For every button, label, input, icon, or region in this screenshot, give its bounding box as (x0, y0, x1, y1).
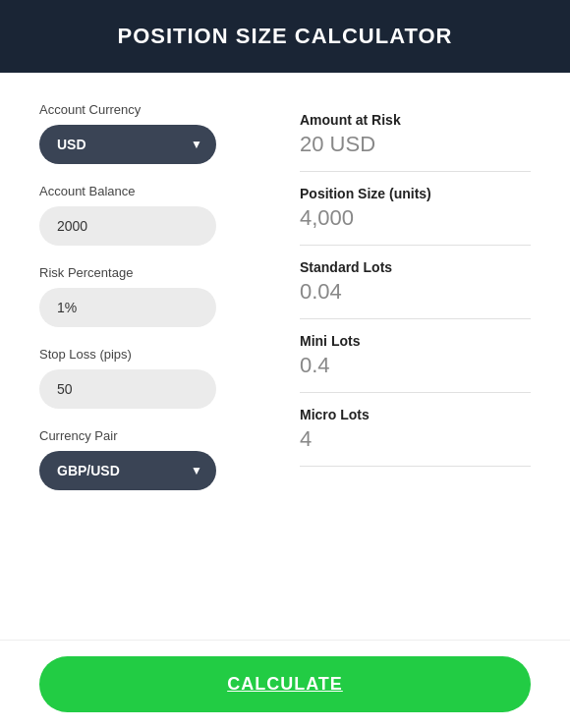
mini-lots-value: 0.4 (300, 353, 531, 378)
right-column: Amount at Risk 20 USD Position Size (uni… (300, 102, 531, 541)
standard-lots-result: Standard Lots 0.04 (300, 259, 531, 319)
currency-pair-wrapper: EUR/USD GBP/USD USD/JPY USD/CHF AUD/USD … (39, 451, 216, 490)
account-currency-wrapper: USD EUR GBP JPY ▼ (39, 125, 216, 164)
stop-loss-group: Stop Loss (pips) (39, 347, 270, 409)
position-size-result: Position Size (units) 4,000 (300, 186, 531, 246)
amount-at-risk-result: Amount at Risk 20 USD (300, 112, 531, 172)
account-currency-group: Account Currency USD EUR GBP JPY ▼ (39, 102, 270, 164)
risk-percentage-group: Risk Percentage (39, 265, 270, 327)
stop-loss-input[interactable] (39, 369, 216, 409)
page-title: POSITION SIZE CALCULATOR (20, 24, 550, 49)
currency-pair-group: Currency Pair EUR/USD GBP/USD USD/JPY US… (39, 428, 270, 490)
micro-lots-label: Micro Lots (300, 407, 531, 422)
left-column: Account Currency USD EUR GBP JPY ▼ Accou… (39, 102, 270, 541)
account-balance-label: Account Balance (39, 184, 270, 198)
app-header: POSITION SIZE CALCULATOR (0, 0, 570, 73)
micro-lots-result: Micro Lots 4 (300, 407, 531, 467)
account-balance-group: Account Balance (39, 184, 270, 246)
standard-lots-value: 0.04 (300, 279, 531, 305)
amount-at-risk-value: 20 USD (300, 132, 531, 157)
main-content: Account Currency USD EUR GBP JPY ▼ Accou… (0, 73, 570, 640)
mini-lots-result: Mini Lots 0.4 (300, 333, 531, 393)
account-currency-label: Account Currency (39, 102, 270, 117)
risk-percentage-label: Risk Percentage (39, 265, 270, 280)
footer: CALCULATE (0, 640, 570, 728)
micro-lots-value: 4 (300, 426, 531, 452)
amount-at-risk-label: Amount at Risk (300, 112, 531, 128)
position-size-label: Position Size (units) (300, 186, 531, 201)
mini-lots-label: Mini Lots (300, 333, 531, 349)
account-balance-input[interactable] (39, 206, 216, 246)
currency-pair-select[interactable]: EUR/USD GBP/USD USD/JPY USD/CHF AUD/USD (39, 451, 216, 490)
calculate-button[interactable]: CALCULATE (39, 656, 531, 712)
risk-percentage-input[interactable] (39, 288, 216, 327)
currency-pair-label: Currency Pair (39, 428, 270, 443)
stop-loss-label: Stop Loss (pips) (39, 347, 270, 362)
account-currency-select[interactable]: USD EUR GBP JPY (39, 125, 216, 164)
standard-lots-label: Standard Lots (300, 259, 531, 275)
position-size-value: 4,000 (300, 205, 531, 231)
